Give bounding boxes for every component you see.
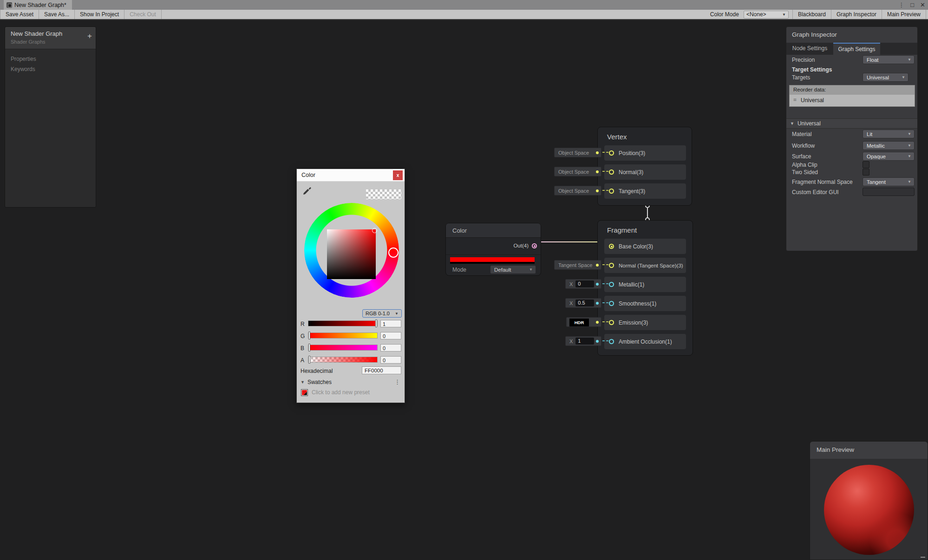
edge-color-to-basecolor[interactable] — [536, 241, 598, 242]
add-preset-hint[interactable]: Click to add new preset — [312, 389, 370, 396]
maximize-icon[interactable]: □ — [910, 1, 914, 8]
universal-foldout[interactable]: ▼ Universal — [786, 118, 917, 129]
b-value-input[interactable] — [380, 344, 401, 352]
workflow-dropdown[interactable]: Metallic ▼ — [863, 141, 915, 150]
value-field[interactable]: 0 — [575, 280, 594, 287]
add-property-button[interactable]: + — [87, 32, 92, 40]
b-slider[interactable] — [308, 345, 378, 351]
surface-dropdown[interactable]: Opaque ▼ — [863, 152, 915, 161]
slot-metallic[interactable]: Metallic(1) — [604, 277, 686, 292]
graph-inspector-panel: Graph Inspector Node Settings Graph Sett… — [786, 26, 918, 251]
r-slider-handle[interactable] — [375, 319, 377, 327]
value-chip-metallic[interactable]: X 0 — [565, 279, 601, 289]
preset-swatch-icon[interactable] — [301, 390, 307, 396]
g-value-input[interactable] — [380, 332, 401, 339]
hexadecimal-input[interactable] — [362, 366, 401, 374]
drag-handle-icon[interactable]: = — [793, 97, 797, 103]
space-chip-normal[interactable]: Object Space — [554, 167, 601, 176]
window-menu-icon[interactable]: ⋮ — [898, 1, 904, 8]
preview-sphere[interactable] — [824, 465, 914, 555]
hdr-badge[interactable]: HDR — [569, 319, 589, 326]
hdr-chip-emission[interactable]: HDR — [566, 317, 601, 327]
out-port[interactable] — [532, 243, 537, 248]
r-value-input[interactable] — [380, 320, 401, 327]
targets-dropdown[interactable]: Universal ▼ — [863, 73, 908, 82]
blackboard-section-properties[interactable]: Properties — [5, 54, 96, 64]
a-slider-handle[interactable] — [308, 356, 310, 364]
a-value-input[interactable] — [380, 356, 401, 364]
slot-base-color[interactable]: Base Color(3) — [604, 239, 686, 254]
hue-selector[interactable] — [388, 247, 399, 258]
value-chip-smoothness[interactable]: X 0.5 — [565, 298, 601, 308]
space-chip-tangent[interactable]: Object Space — [554, 186, 601, 195]
color-mode-value: <None> — [746, 11, 766, 18]
float-port-icon[interactable] — [609, 282, 614, 287]
color-node-header[interactable]: Color — [446, 223, 541, 238]
g-slider[interactable] — [308, 332, 378, 339]
slot-normal-tangent-space[interactable]: Normal (Tangent Space)(3) — [604, 258, 686, 273]
vector3-port-icon[interactable] — [609, 263, 614, 268]
vector3-port-icon[interactable] — [609, 189, 614, 194]
vector3-port-icon[interactable] — [609, 150, 614, 156]
b-slider-handle[interactable] — [308, 344, 310, 352]
material-dropdown[interactable]: Lit ▼ — [863, 130, 915, 138]
custom-editor-gui-input[interactable] — [863, 188, 915, 196]
graph-inspector-toggle-button[interactable]: Graph Inspector — [831, 10, 882, 19]
color-mode-dropdown[interactable]: <None> ▼ — [744, 11, 789, 19]
space-chip-normal-ts[interactable]: Tangent Space — [554, 260, 601, 270]
main-preview-toggle-button[interactable]: Main Preview — [882, 10, 926, 19]
vector3-port-icon[interactable] — [609, 320, 614, 325]
slot-tangent[interactable]: Tangent(3) — [604, 183, 686, 199]
blackboard-toggle-button[interactable]: Blackboard — [792, 10, 831, 19]
shader-graph-icon — [7, 2, 12, 8]
float-port-icon[interactable] — [609, 339, 614, 344]
color-node[interactable]: Color Out(4) Mode Default ▼ — [445, 223, 541, 276]
save-asset-button[interactable]: Save Asset — [0, 10, 39, 19]
reorder-item-universal[interactable]: = Universal — [790, 95, 915, 106]
color-node-swatch[interactable] — [450, 257, 535, 264]
tab-node-settings[interactable]: Node Settings — [786, 43, 833, 55]
slot-emission[interactable]: Emission(3) — [604, 315, 686, 330]
vertex-node[interactable]: Vertex Position(3) Normal(3) Tangent(3) — [597, 127, 692, 206]
out-port-label: Out(4) — [513, 243, 529, 248]
mode-dropdown[interactable]: Default ▼ — [490, 265, 536, 274]
swatches-foldout[interactable]: ▼ Swatches — [301, 379, 332, 385]
blackboard-section-keywords[interactable]: Keywords — [5, 64, 96, 74]
g-slider-handle[interactable] — [308, 332, 310, 339]
fragment-node[interactable]: Fragment Base Color(3) Normal (Tangent S… — [597, 220, 693, 356]
precision-dropdown[interactable]: Float ▼ — [863, 55, 915, 64]
show-in-project-button[interactable]: Show In Project — [75, 10, 124, 19]
swatches-menu-icon[interactable]: ⋮ — [394, 378, 400, 385]
resize-handle[interactable] — [921, 557, 925, 558]
saturation-value-selector[interactable] — [372, 228, 377, 233]
graph-canvas[interactable]: New Shader Graph Shader Graphs + Propert… — [0, 20, 928, 560]
alpha-clip-checkbox[interactable] — [863, 161, 869, 168]
tab-graph-settings[interactable]: Graph Settings — [833, 43, 880, 55]
saturation-value-square[interactable] — [327, 229, 376, 279]
value-field[interactable]: 1 — [575, 338, 594, 345]
close-icon[interactable]: ✕ — [920, 1, 925, 8]
slot-label: Position(3) — [619, 150, 645, 156]
r-slider[interactable] — [308, 320, 378, 326]
close-icon[interactable]: x — [393, 170, 403, 180]
vector3-port-icon[interactable] — [609, 169, 614, 175]
two-sided-label: Two Sided — [792, 169, 818, 176]
a-slider[interactable] — [308, 357, 378, 363]
save-as-button[interactable]: Save As... — [39, 10, 75, 19]
slot-normal[interactable]: Normal(3) — [604, 164, 686, 180]
color-mode-format-dropdown[interactable]: RGB 0-1.0 ▼ — [362, 309, 402, 318]
color-picker-titlebar[interactable]: Color x — [297, 169, 405, 182]
vector3-port-connected-icon[interactable] — [609, 244, 614, 249]
document-tab[interactable]: New Shader Graph* — [4, 0, 72, 10]
slot-position[interactable]: Position(3) — [604, 145, 686, 161]
eyedropper-icon[interactable] — [301, 186, 313, 197]
slot-ambient-occlusion[interactable]: Ambient Occlusion(1) — [604, 334, 686, 349]
value-chip-ao[interactable]: X 1 — [565, 336, 601, 346]
blackboard-header[interactable]: New Shader Graph Shader Graphs + — [5, 27, 96, 49]
slot-smoothness[interactable]: Smoothness(1) — [604, 296, 686, 311]
float-port-icon[interactable] — [609, 301, 614, 306]
fragment-normal-space-dropdown[interactable]: Tangent ▼ — [863, 177, 915, 186]
two-sided-checkbox[interactable] — [863, 169, 869, 176]
space-chip-position[interactable]: Object Space — [554, 148, 601, 157]
value-field[interactable]: 0.5 — [575, 300, 594, 306]
